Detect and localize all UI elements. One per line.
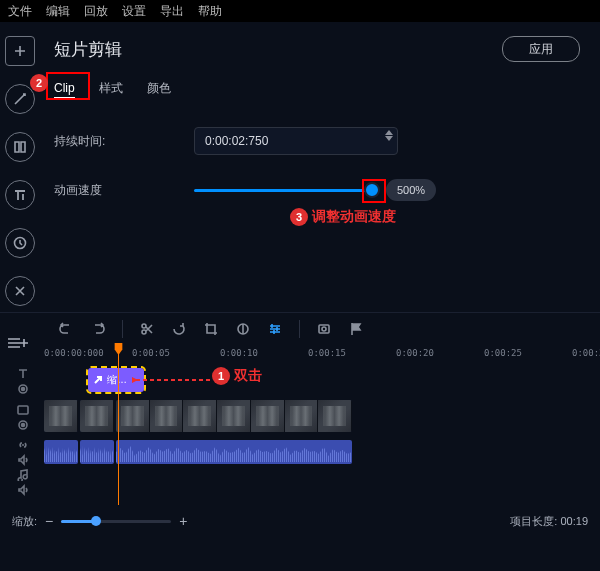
svg-point-7 [21, 388, 24, 391]
undo-icon [58, 321, 74, 337]
panel-title: 短片剪辑 [54, 38, 122, 61]
ruler-tick: 0:00:30 [572, 348, 600, 358]
record-button[interactable] [310, 315, 338, 343]
zoom-out-button[interactable]: − [45, 513, 53, 529]
undo-button[interactable] [52, 315, 80, 343]
annotation-number-2: 2 [30, 74, 48, 92]
video-track-icon [16, 403, 29, 416]
plus-icon [12, 43, 28, 59]
clock-icon [12, 235, 28, 251]
crop-icon [203, 321, 219, 337]
spinner-up-icon[interactable] [385, 130, 393, 135]
audio-clip-3[interactable] [116, 440, 352, 464]
text-track-icon [16, 367, 29, 380]
ruler-tick: 0:00:00:000 [44, 348, 104, 358]
ruler-tick: 0:00:05 [132, 348, 170, 358]
ruler-tick: 0:00:25 [484, 348, 522, 358]
ruler-tick: 0:00:15 [308, 348, 346, 358]
menu-file[interactable]: 文件 [8, 3, 32, 20]
selected-title-clip[interactable]: 缩… [88, 368, 144, 392]
apply-button[interactable]: 应用 [502, 36, 580, 62]
redo-icon [90, 321, 106, 337]
zoom-slider[interactable] [61, 520, 171, 523]
clip-properties-button[interactable] [261, 315, 289, 343]
svg-point-2 [142, 330, 146, 334]
duration-spinner[interactable] [385, 130, 393, 141]
tab-color[interactable]: 颜色 [147, 78, 171, 99]
stickers-button[interactable] [5, 228, 35, 258]
video-clip-3[interactable] [116, 400, 352, 432]
video-clip-1[interactable] [44, 400, 78, 432]
wand-icon [12, 91, 28, 107]
speed-slider-thumb[interactable] [364, 182, 380, 198]
rotate-button[interactable] [165, 315, 193, 343]
time-ruler[interactable]: 0:00:00:000 0:00:05 0:00:10 0:00:15 0:00… [44, 345, 600, 365]
status-bar: 缩放: − + 项目长度: 00:19 [0, 507, 600, 535]
tab-style[interactable]: 样式 [99, 78, 123, 99]
track-body-video[interactable] [44, 397, 600, 437]
clip-properties-panel: 短片剪辑 应用 Clip 样式 颜色 2 持续时间: 0:00:02:750 [40, 22, 600, 312]
video-clip-2[interactable] [80, 400, 114, 432]
transitions-icon [12, 139, 28, 155]
menu-export[interactable]: 导出 [160, 3, 184, 20]
track-body-linked-audio[interactable] [44, 437, 600, 467]
zoom-slider-thumb[interactable] [91, 516, 101, 526]
track-body-music[interactable] [44, 467, 600, 497]
flag-icon [348, 321, 364, 337]
record-icon [316, 321, 332, 337]
crop-button[interactable] [197, 315, 225, 343]
annotation-1: 1 双击 [212, 367, 262, 385]
left-tool-rail [0, 22, 40, 312]
svg-rect-8 [18, 406, 28, 414]
redo-button[interactable] [84, 315, 112, 343]
zoom-label: 缩放: [12, 514, 37, 529]
text-icon [12, 187, 28, 203]
annotation-3: 3 调整动画速度 [290, 208, 396, 226]
menu-help[interactable]: 帮助 [198, 3, 222, 20]
link-icon [16, 438, 29, 451]
timeline-toolbar [0, 313, 600, 345]
menu-edit[interactable]: 编辑 [46, 3, 70, 20]
tools-icon [12, 283, 28, 299]
annotation-number-3: 3 [290, 208, 308, 226]
tab-clip[interactable]: Clip [54, 79, 75, 99]
cut-button[interactable] [133, 315, 161, 343]
marker-button[interactable] [342, 315, 370, 343]
annotation-number-1: 1 [212, 367, 230, 385]
audio-clip-1[interactable] [44, 440, 78, 464]
zoom-in-button[interactable]: + [179, 513, 187, 529]
playhead[interactable] [118, 345, 119, 505]
audio-clip-2[interactable] [80, 440, 114, 464]
arrow-up-right-icon [92, 374, 104, 386]
visibility-icon[interactable] [16, 382, 29, 395]
panel-tabs: Clip 样式 颜色 2 [54, 78, 580, 99]
track-body-text[interactable]: 缩… [44, 365, 600, 397]
visibility-icon[interactable] [16, 418, 29, 431]
annotation-text-3: 调整动画速度 [312, 208, 396, 226]
audio-icon[interactable] [16, 483, 29, 496]
clip-label: 缩… [107, 373, 127, 387]
zoom-control: 缩放: − + [12, 513, 187, 529]
transitions-button[interactable] [5, 132, 35, 162]
duration-input[interactable]: 0:00:02:750 [194, 127, 398, 155]
svg-point-10 [21, 424, 24, 427]
audio-icon[interactable] [16, 453, 29, 466]
speed-label: 动画速度 [54, 182, 194, 199]
sliders-icon [267, 321, 283, 337]
svg-point-1 [142, 324, 146, 328]
add-media-button[interactable] [5, 36, 35, 66]
menu-settings[interactable]: 设置 [122, 3, 146, 20]
filters-button[interactable] [5, 84, 35, 114]
track-head-music[interactable] [0, 467, 44, 497]
color-adjust-button[interactable] [229, 315, 257, 343]
spinner-down-icon[interactable] [385, 136, 393, 141]
svg-point-5 [322, 327, 326, 331]
titles-button[interactable] [5, 180, 35, 210]
duration-value: 0:00:02:750 [205, 134, 268, 148]
track-head-text[interactable] [0, 365, 44, 397]
track-head-video[interactable] [0, 397, 44, 437]
more-tools-button[interactable] [5, 276, 35, 306]
track-head-linked-audio[interactable] [0, 437, 44, 467]
menu-playback[interactable]: 回放 [84, 3, 108, 20]
speed-slider[interactable] [194, 189, 372, 192]
